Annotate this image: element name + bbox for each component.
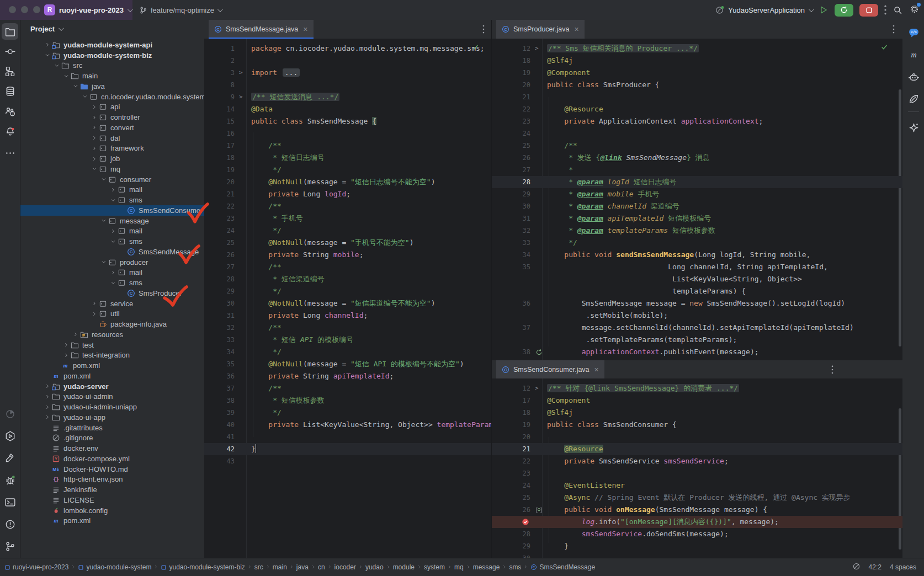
line-number[interactable]: 43 bbox=[204, 455, 235, 467]
line-number[interactable]: 20 bbox=[204, 176, 235, 188]
close-icon[interactable]: × bbox=[594, 365, 599, 374]
search-everywhere-icon[interactable] bbox=[893, 5, 903, 15]
tool-stripe-ai-sparkle-icon[interactable] bbox=[905, 119, 922, 136]
indent-setting[interactable]: 4 spaces bbox=[890, 563, 916, 571]
line-number[interactable]: 22 bbox=[492, 103, 530, 115]
tree-item[interactable]: sms bbox=[20, 278, 204, 288]
code-line[interactable]: 40private List<KeyValue<String, Object>>… bbox=[204, 419, 491, 431]
tree-item[interactable]: mq bbox=[20, 164, 204, 174]
tree-item[interactable]: docker.env bbox=[20, 443, 204, 454]
tool-stripe-problems-icon[interactable] bbox=[2, 516, 18, 532]
line-number[interactable]: 33 bbox=[204, 334, 235, 346]
tree-item[interactable]: yudao-server bbox=[20, 381, 204, 392]
code-line[interactable]: 21@Resource bbox=[492, 443, 902, 455]
code-line[interactable]: 36private String apiTemplateId; bbox=[204, 370, 491, 382]
tree-item[interactable]: mpom.xml bbox=[20, 360, 204, 371]
code-line[interactable]: 23private ApplicationContext application… bbox=[492, 115, 902, 127]
tool-stripe-pull-requests-icon[interactable]: ? bbox=[2, 103, 18, 120]
chevron-right-icon[interactable] bbox=[72, 332, 79, 337]
tree-item[interactable]: mail bbox=[20, 185, 204, 195]
line-number[interactable]: 12 bbox=[492, 382, 530, 394]
line-number[interactable]: 18 bbox=[204, 152, 235, 164]
code-line[interactable]: 20public class SmsProducer { bbox=[492, 79, 902, 91]
tree-item[interactable]: yudao-ui-app bbox=[20, 412, 204, 423]
code-line[interactable]: 25/** bbox=[492, 140, 902, 152]
code-line[interactable]: 42} bbox=[204, 443, 491, 455]
line-number[interactable]: 3 bbox=[204, 67, 235, 79]
inspections-disabled-icon[interactable] bbox=[852, 562, 861, 572]
tool-stripe-project-folder-icon[interactable] bbox=[2, 23, 18, 40]
fold-icon[interactable]: > bbox=[535, 382, 539, 394]
line-number[interactable]: 38 bbox=[204, 394, 235, 407]
line-number[interactable]: 19 bbox=[492, 67, 530, 79]
tree-item[interactable]: mail bbox=[20, 226, 204, 237]
code-line[interactable]: 30 * @param channelId 渠道编号 bbox=[492, 200, 902, 212]
tool-stripe-profiler-icon[interactable] bbox=[2, 406, 18, 422]
line-number[interactable]: 8 bbox=[204, 79, 235, 91]
line-number[interactable]: 25 bbox=[492, 492, 530, 504]
code-line[interactable]: 20@NotNull(message = "短信日志编号不能为空") bbox=[204, 176, 491, 188]
code-line[interactable]: 34public void sendSmsSendMessage(Long lo… bbox=[492, 249, 902, 261]
line-number[interactable]: 37 bbox=[204, 382, 235, 394]
tree-item[interactable]: consumer bbox=[20, 174, 204, 185]
code-line[interactable]: 27/** bbox=[204, 261, 491, 273]
code-line[interactable]: 41 bbox=[204, 431, 491, 443]
code-line[interactable]: 24 bbox=[492, 127, 902, 140]
tree-item[interactable]: service bbox=[20, 298, 204, 309]
tree-item[interactable]: job bbox=[20, 153, 204, 164]
tree-item[interactable]: api bbox=[20, 102, 204, 113]
line-number[interactable]: 35 bbox=[492, 261, 530, 273]
tree-item[interactable]: yudao-module-system-api bbox=[20, 40, 204, 50]
code-line[interactable]: 34 */ bbox=[204, 346, 491, 358]
code-editor-smssendconsumer[interactable]: 12>/** 针对 {@link SmsSendMessage} 的消费者 ..… bbox=[492, 378, 902, 558]
line-number[interactable]: 22 bbox=[204, 200, 235, 212]
chevron-right-icon[interactable] bbox=[62, 353, 70, 358]
code-line[interactable]: 26 * 发送 {@link SmsSendMessage} 消息 bbox=[492, 152, 902, 164]
fold-icon[interactable]: > bbox=[239, 67, 243, 79]
line-number[interactable]: 24 bbox=[204, 225, 235, 237]
code-line[interactable]: 37/** bbox=[204, 382, 491, 394]
code-line[interactable]: 27 * bbox=[492, 164, 902, 176]
tree-item[interactable]: {}http-client.env.json bbox=[20, 474, 204, 485]
breadcrumb-item[interactable]: yudao bbox=[365, 563, 384, 571]
tree-item[interactable]: .gitattributes bbox=[20, 423, 204, 433]
line-number[interactable]: 20 bbox=[492, 431, 530, 443]
code-line[interactable]: 22/** bbox=[204, 200, 491, 212]
chevron-down-icon[interactable] bbox=[109, 239, 117, 244]
code-line[interactable]: 9>/** 短信发送消息 ...*/ bbox=[204, 91, 491, 103]
code-line[interactable]: 12>/** 针对 {@link SmsSendMessage} 的消费者 ..… bbox=[492, 382, 902, 394]
line-number[interactable]: 31 bbox=[204, 310, 235, 322]
chevron-down-icon[interactable] bbox=[91, 166, 98, 172]
chevron-down-icon[interactable] bbox=[62, 73, 70, 79]
rerun-debug-button[interactable] bbox=[835, 4, 853, 17]
line-number[interactable]: 25 bbox=[204, 237, 235, 249]
breadcrumb-item[interactable]: mq bbox=[454, 563, 464, 571]
project-widget[interactable]: R ruoyi-vue-pro-2023 bbox=[44, 0, 131, 20]
line-number[interactable]: 12 bbox=[492, 42, 530, 55]
line-number[interactable]: 34 bbox=[204, 346, 235, 358]
line-number[interactable]: 24 bbox=[492, 479, 530, 492]
tree-item[interactable]: convert bbox=[20, 122, 204, 133]
code-line[interactable]: 18@Slf4j bbox=[492, 55, 902, 67]
tree-item[interactable]: Jenkinsfile bbox=[20, 484, 204, 495]
tree-item[interactable]: mpom.xml bbox=[20, 516, 204, 526]
code-line[interactable]: 35@NotNull(message = "短信 API 的模板编号不能为空") bbox=[204, 358, 491, 370]
tool-stripe-terminal-icon[interactable] bbox=[2, 494, 18, 510]
line-number[interactable]: 41 bbox=[204, 431, 235, 443]
code-line[interactable]: 38 * 短信模板参数 bbox=[204, 394, 491, 407]
chevron-down-icon[interactable] bbox=[109, 280, 117, 286]
tree-item[interactable]: message bbox=[20, 216, 204, 226]
code-line[interactable]: 28smsSendService.doSendSms(message); bbox=[492, 528, 902, 540]
line-number[interactable]: 19 bbox=[204, 164, 235, 176]
breadcrumb-item[interactable]: src bbox=[254, 563, 263, 571]
line-number[interactable]: 34 bbox=[492, 249, 530, 261]
tab-smssendmessage[interactable]: C SmsSendMessage.java × bbox=[209, 20, 314, 39]
code-line[interactable]: 17@Component bbox=[492, 394, 902, 407]
line-number[interactable]: 17 bbox=[204, 140, 235, 152]
code-line[interactable]: 22private SmsSendService smsSendService; bbox=[492, 455, 902, 467]
line-number[interactable]: 26 bbox=[204, 249, 235, 261]
chevron-down-icon[interactable] bbox=[100, 177, 108, 182]
line-number[interactable]: 2 bbox=[204, 55, 235, 67]
tool-stripe-debug-icon[interactable] bbox=[2, 472, 18, 488]
tab-smsproducer[interactable]: C SmsProducer.java × bbox=[496, 20, 585, 39]
